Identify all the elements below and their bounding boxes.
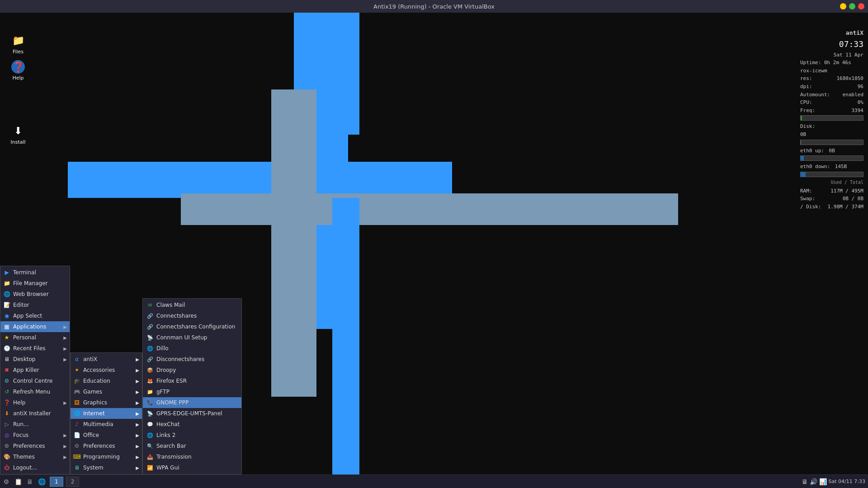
- titlebar: Antix19 (Running) - Oracle VM VirtualBox: [0, 0, 868, 13]
- inet-connman-ui[interactable]: 📡 Connman UI Setup: [143, 332, 241, 343]
- inet-links2-label: Links 2: [156, 432, 175, 438]
- editor-icon: 📝: [3, 301, 10, 309]
- preferences-arrow: ▶: [63, 444, 67, 449]
- menu-item-refresh-menu[interactable]: ↺ Refresh Menu: [0, 386, 70, 397]
- inet-wpa-gui[interactable]: 📶 WPA Gui: [143, 462, 241, 473]
- menu-item-control-centre-label: Control Centre: [13, 378, 52, 384]
- menu-item-file-manager-label: File Manager: [13, 280, 48, 286]
- inet-search-bar[interactable]: 🔍 Search Bar: [143, 441, 241, 451]
- taskbar-icon-browser[interactable]: 🌐: [36, 476, 47, 487]
- inet-connman-ui-label: Connman UI Setup: [156, 334, 207, 341]
- themes-icon: 🎨: [3, 453, 10, 460]
- menu-item-antix-installer-label: antiX Installer: [13, 410, 51, 417]
- sysinfo-uptime: Uptime: 0h 2m 46s: [800, 59, 863, 67]
- install-icon: ⬇: [11, 123, 25, 138]
- cpu-bar-fill: [801, 116, 802, 120]
- web-browser-icon: 🌐: [3, 291, 10, 298]
- desktop-icon-install[interactable]: ⬇ Install: [5, 123, 32, 145]
- menu-item-refresh-menu-label: Refresh Menu: [13, 389, 50, 395]
- connman-ui-icon: 📡: [146, 334, 154, 341]
- app-killer-icon: ✖: [3, 366, 10, 374]
- menu-item-preferences[interactable]: ⚙ Preferences ▶: [0, 441, 70, 451]
- droopy-icon: 📦: [146, 366, 154, 374]
- applications-icon: ▦: [3, 323, 10, 330]
- submenu-preferences[interactable]: ⚙ Preferences ▶: [71, 441, 142, 451]
- sysinfo-disk-label: Disk:: [800, 122, 863, 131]
- menu-item-web-browser[interactable]: 🌐 Web Browser: [0, 289, 70, 300]
- sysinfo-swap-value: 0B / 0B: [843, 195, 863, 203]
- desktop-icon-files[interactable]: 📁 Files: [5, 33, 32, 55]
- inet-gftp[interactable]: 📁 gFTP: [143, 386, 241, 397]
- menu-item-app-select[interactable]: ◉ App Select: [0, 310, 70, 321]
- menu-item-help[interactable]: ❓ Help ▶: [0, 397, 70, 408]
- menu-item-antix-installer[interactable]: ⬇ antiX Installer: [0, 408, 70, 419]
- inet-firefox-esr[interactable]: 🦊 Firefox ESR: [143, 375, 241, 386]
- maximize-button[interactable]: [849, 3, 855, 9]
- inet-gnome-ppp-label: GNOME PPP: [156, 399, 189, 406]
- submenu-games[interactable]: 🎮 Games ▶: [71, 386, 142, 397]
- inet-hexchat[interactable]: 💬 HexChat: [143, 419, 241, 430]
- submenu-programming[interactable]: ⌨ Programming ▶: [71, 451, 142, 462]
- inet-connectshares-config[interactable]: 🔗 Connectshares Configuration: [143, 321, 241, 332]
- menu-item-personal[interactable]: ★ Personal ▶: [0, 332, 70, 343]
- inet-dillo[interactable]: 🌐 Dillo: [143, 343, 241, 354]
- preferences-sub-arrow: ▶: [136, 444, 139, 449]
- menu-item-focus[interactable]: ◎ Focus ▶: [0, 430, 70, 441]
- inet-claws-mail[interactable]: ✉ Claws Mail: [143, 300, 241, 310]
- inet-gnome-ppp[interactable]: 📞 GNOME PPP: [143, 397, 241, 408]
- submenu-education[interactable]: 🎓 Education ▶: [71, 375, 142, 386]
- taskbar-icon-desktop[interactable]: 🖥: [24, 476, 35, 487]
- submenu-graphics-label: Graphics: [83, 399, 107, 406]
- sysinfo-panel: antiX 07:33 Sat 11 Apr Uptime: 0h 2m 46s…: [800, 28, 863, 211]
- menu-item-recent-files[interactable]: 🕐 Recent Files ▶: [0, 343, 70, 354]
- submenu-system[interactable]: 🖥 System ▶: [71, 462, 142, 473]
- menu-item-control-centre[interactable]: ⚙ Control Centre: [0, 375, 70, 386]
- inet-gprs-edge-label: GPRS-EDGE-UMTS-Panel: [156, 410, 222, 417]
- inet-connectshares[interactable]: 🔗 Connectshares: [143, 310, 241, 321]
- menu-item-app-killer[interactable]: ✖ App Killer: [0, 365, 70, 375]
- wallpaper-blue-v3: [332, 198, 359, 474]
- sysinfo-automount-label: Automount:: [800, 91, 830, 99]
- inet-transmission[interactable]: 📥 Transmission: [143, 451, 241, 462]
- personal-arrow: ▶: [63, 335, 67, 340]
- connectshares-icon: 🔗: [146, 312, 154, 319]
- menu-item-run[interactable]: ▷ Run...: [0, 419, 70, 430]
- submenu-graphics[interactable]: 🖼 Graphics ▶: [71, 397, 142, 408]
- submenu-accessories[interactable]: ✦ Accessories ▶: [71, 365, 142, 375]
- submenu-programming-label: Programming: [83, 454, 120, 460]
- menu-item-file-manager[interactable]: 📁 File Manager: [0, 278, 70, 289]
- minimize-button[interactable]: [840, 3, 846, 9]
- menu-item-terminal[interactable]: ▶ Terminal: [0, 267, 70, 278]
- inet-droopy[interactable]: 📦 Droopy: [143, 365, 241, 375]
- inet-hexchat-label: HexChat: [156, 421, 179, 427]
- sysinfo-disk-value: 0B: [800, 131, 806, 139]
- taskbar-window-1[interactable]: 1: [50, 477, 63, 487]
- inet-disconnectshares[interactable]: 🔗 Disconnectshares: [143, 354, 241, 365]
- inet-links2[interactable]: 🌐 Links 2: [143, 430, 241, 441]
- submenu-multimedia[interactable]: ♪ Multimedia ▶: [71, 419, 142, 430]
- taskbar-icon-apps[interactable]: ⚙: [1, 476, 12, 487]
- submenu-antix[interactable]: α antiX ▶: [71, 354, 142, 365]
- submenu-internet[interactable]: 🌐 Internet ▶: [71, 408, 142, 419]
- menu-item-editor[interactable]: 📝 Editor: [0, 300, 70, 310]
- terminal-icon: ▶: [3, 269, 10, 276]
- taskbar-volume-icon[interactable]: 🔊: [810, 478, 817, 485]
- taskbar-window-2[interactable]: 2: [66, 477, 80, 487]
- eth0down-bar-fill: [801, 172, 806, 177]
- sysinfo-cpu-value: 0%: [858, 99, 863, 107]
- menu-item-applications[interactable]: ▦ Applications ▶: [0, 321, 70, 332]
- recent-files-icon: 🕐: [3, 345, 10, 352]
- menu-item-logout[interactable]: ⏻ Logout...: [0, 462, 70, 473]
- inet-gprs-edge[interactable]: 📡 GPRS-EDGE-UMTS-Panel: [143, 408, 241, 419]
- menu-item-themes[interactable]: 🎨 Themes ▶: [0, 451, 70, 462]
- close-button[interactable]: [858, 3, 864, 9]
- sysinfo-used-total: Used / Total: [800, 179, 863, 186]
- menu-item-desktop[interactable]: 🖥 Desktop ▶: [0, 354, 70, 365]
- menu-item-preferences-label: Preferences: [13, 443, 45, 449]
- submenu-office[interactable]: 📄 Office ▶: [71, 430, 142, 441]
- taskbar-icon-files[interactable]: 📋: [13, 476, 24, 487]
- files-icon: 📁: [11, 33, 25, 47]
- desktop-icon-help[interactable]: ❓ Help: [5, 60, 32, 81]
- menu-item-recent-files-label: Recent Files: [13, 345, 46, 352]
- taskbar-network-icon: 🖥: [802, 478, 808, 485]
